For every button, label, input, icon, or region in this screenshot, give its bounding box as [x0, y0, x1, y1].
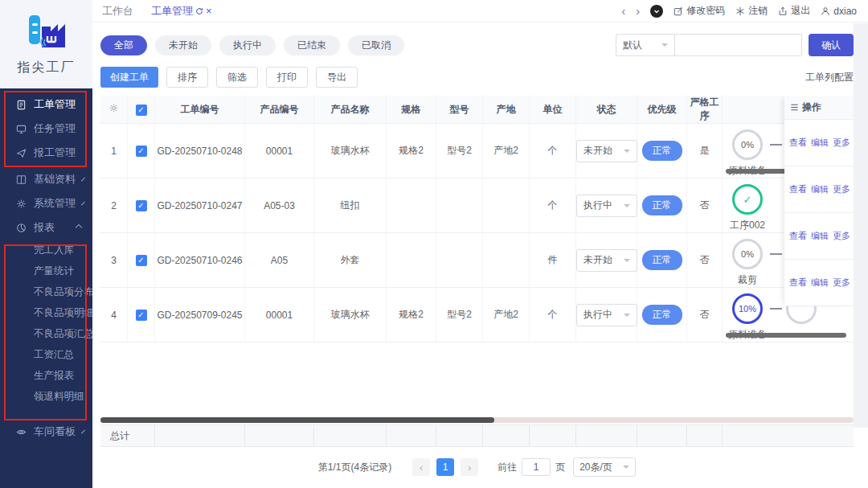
sidebar-subitem-output-stats[interactable]: 产量统计 — [0, 260, 92, 281]
progress-circle: 0% — [732, 239, 763, 269]
status-tab-all[interactable]: 全部 — [100, 35, 147, 55]
steps-scrollbar[interactable] — [726, 333, 846, 338]
progress-circle-done: ✓ — [732, 184, 763, 215]
view-link[interactable]: 查看 — [789, 183, 807, 195]
submenu-label: 领退料明细 — [34, 390, 84, 404]
submenu-label: 生产报表 — [34, 369, 74, 383]
view-link[interactable]: 查看 — [789, 137, 807, 149]
row-checkbox[interactable]: ✓ — [136, 200, 147, 211]
row-checkbox[interactable]: ✓ — [136, 255, 147, 266]
collapse-toggle-icon[interactable] — [650, 5, 663, 18]
sidebar-subitem-defect-distribution[interactable]: 不良品项分布 — [0, 281, 92, 302]
cell-unit: 个 — [530, 288, 576, 342]
tab-workbench[interactable]: 工作台 — [102, 4, 133, 18]
sidebar-subitem-material-detail[interactable]: 领退料明细 — [0, 386, 92, 407]
status-select[interactable]: 未开始 — [576, 249, 637, 272]
status-value: 执行中 — [583, 308, 612, 322]
cell-spec — [387, 233, 436, 288]
status-select[interactable]: 未开始 — [576, 140, 637, 162]
sidebar-item-label: 系统管理 — [34, 196, 76, 211]
tab-work-order[interactable]: 工单管理 × — [151, 4, 212, 18]
summary-row: 总计 — [100, 424, 854, 447]
row-index: 4 — [100, 288, 128, 342]
sidebar-item-basic-data[interactable]: 基础资料 — [0, 167, 92, 191]
column-config-link[interactable]: 工单列配置 — [805, 71, 854, 84]
edit-link[interactable]: 编辑 — [811, 277, 829, 289]
sidebar-item-label: 基础资料 — [34, 172, 76, 187]
status-select[interactable]: 执行中 — [576, 195, 637, 217]
cell-model — [436, 178, 483, 233]
horizontal-scrollbar[interactable] — [100, 417, 854, 423]
sidebar-subitem-finished-storage[interactable]: 完工入库 — [0, 240, 92, 260]
view-link[interactable]: 查看 — [789, 230, 807, 242]
chevron-down-icon — [81, 202, 85, 206]
edit-link[interactable]: 编辑 — [811, 183, 829, 195]
sidebar-subitem-defect-summary[interactable]: 不良品项汇总 — [0, 323, 92, 344]
summary-label: 总计 — [100, 424, 155, 447]
create-order-button[interactable]: 创建工单 — [100, 67, 158, 88]
refresh-icon[interactable] — [195, 7, 203, 15]
status-tab-not-started[interactable]: 未开始 — [155, 35, 211, 55]
sidebar-item-reports[interactable]: 报表 — [0, 215, 92, 240]
edit-link[interactable]: 编辑 — [811, 137, 829, 149]
exit-action[interactable]: 退出 — [778, 4, 810, 18]
logout-action[interactable]: 注销 — [735, 4, 768, 18]
filter-row: 全部 未开始 执行中 已结束 已取消 默认 确认 — [100, 34, 854, 56]
row-checkbox[interactable]: ✓ — [136, 310, 147, 321]
more-link[interactable]: 更多 — [833, 183, 850, 195]
confirm-button[interactable]: 确认 — [809, 34, 854, 56]
submenu-label: 不良品项汇总 — [34, 327, 94, 341]
cell-origin: 产地2 — [483, 288, 530, 342]
user-menu[interactable]: dxiao — [821, 6, 857, 17]
sidebar-item-task[interactable]: 任务管理 — [0, 117, 92, 141]
change-password-label: 修改密码 — [686, 4, 725, 18]
sidebar-subitem-salary-summary[interactable]: 工资汇总 — [0, 344, 92, 365]
nav-back-icon[interactable]: ‹ — [621, 5, 625, 17]
current-page-button[interactable]: 1 — [436, 458, 454, 476]
sidebar-item-workshop-board[interactable]: 车间看板 — [0, 420, 92, 444]
sidebar-item-report-work[interactable]: 报工管理 — [0, 141, 92, 165]
gear-icon[interactable] — [108, 103, 119, 113]
sidebar-subitem-production-report[interactable]: 生产报表 — [0, 365, 92, 386]
scrollbar-thumb[interactable] — [100, 417, 494, 423]
goto-page-input[interactable] — [522, 458, 551, 476]
prev-page-button[interactable]: ‹ — [412, 458, 430, 476]
view-link[interactable]: 查看 — [789, 277, 807, 289]
header-select-all: ✓ — [128, 96, 155, 124]
sort-button[interactable]: 排序 — [166, 67, 208, 88]
next-page-button[interactable]: › — [461, 458, 478, 476]
more-link[interactable]: 更多 — [833, 277, 850, 289]
progress-circle: 0% — [732, 129, 763, 160]
status-select[interactable]: 执行中 — [576, 304, 637, 326]
more-link[interactable]: 更多 — [833, 137, 850, 149]
priority-badge: 正常 — [642, 141, 682, 161]
header-priority: 优先级 — [637, 96, 687, 124]
select-all-checkbox[interactable]: ✓ — [136, 105, 147, 116]
preset-select[interactable]: 默认 — [616, 34, 675, 56]
nav-forward-icon[interactable]: › — [636, 5, 640, 17]
row-checkbox[interactable]: ✓ — [136, 146, 147, 157]
sidebar-subitem-defect-detail[interactable]: 不良品项明细 — [0, 302, 92, 323]
search-input[interactable] — [675, 34, 802, 56]
status-tab-cancelled[interactable]: 已取消 — [348, 35, 404, 55]
page-size-select[interactable]: 20条/页 — [573, 457, 636, 477]
user-icon — [821, 6, 830, 16]
more-link[interactable]: 更多 — [833, 230, 850, 242]
step-label: 工序002 — [730, 219, 765, 232]
export-button[interactable]: 导出 — [316, 67, 358, 88]
close-icon[interactable]: × — [206, 6, 212, 16]
exit-label: 退出 — [791, 4, 810, 18]
sidebar-item-work-order[interactable]: 工单管理 — [0, 92, 92, 117]
edit-link[interactable]: 编辑 — [811, 230, 829, 242]
sidebar-item-system[interactable]: 系统管理 — [0, 191, 92, 215]
cell-model: 型号2 — [436, 124, 483, 178]
filter-button[interactable]: 筛选 — [216, 67, 258, 88]
status-value: 未开始 — [583, 253, 612, 267]
goto-group: 前往 页 — [497, 458, 565, 476]
status-tab-in-progress[interactable]: 执行中 — [219, 35, 276, 55]
change-password-action[interactable]: 修改密码 — [674, 4, 725, 18]
chevron-down-icon — [81, 178, 85, 182]
print-button[interactable]: 打印 — [266, 67, 308, 88]
status-tab-finished[interactable]: 已结束 — [284, 35, 340, 55]
cell-product-name: 玻璃水杯 — [314, 288, 387, 342]
